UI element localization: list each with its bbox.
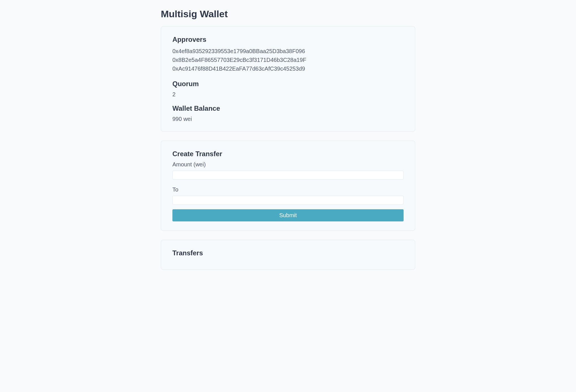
- submit-button[interactable]: Submit: [172, 209, 404, 221]
- to-label: To: [172, 186, 404, 193]
- approver-address: 0x4ef8a935292339553e1799a0BBaa25D3ba38F0…: [172, 47, 404, 56]
- quorum-value: 2: [172, 91, 404, 98]
- transfers-card: Transfers: [161, 240, 415, 270]
- page-title: Multisig Wallet: [161, 8, 415, 19]
- balance-heading: Wallet Balance: [172, 104, 404, 112]
- amount-label: Amount (wei): [172, 161, 404, 168]
- approver-address: 0x8B2e5a4F86557703E29cBc3f3171D46b3C28a1…: [172, 56, 404, 64]
- transfers-heading: Transfers: [172, 249, 404, 257]
- quorum-heading: Quorum: [172, 80, 404, 88]
- balance-value: 990 wei: [172, 116, 404, 122]
- approvers-list: 0x4ef8a935292339553e1799a0BBaa25D3ba38F0…: [172, 47, 404, 73]
- to-input[interactable]: [172, 196, 404, 205]
- create-transfer-card: Create Transfer Amount (wei) To Submit: [161, 141, 415, 231]
- create-transfer-heading: Create Transfer: [172, 150, 404, 158]
- approver-address: 0xAc91476f88D41B422EaFA77d63cAfC39c45253…: [172, 64, 404, 73]
- wallet-info-card: Approvers 0x4ef8a935292339553e1799a0BBaa…: [161, 26, 415, 132]
- approvers-heading: Approvers: [172, 36, 404, 43]
- amount-input[interactable]: [172, 171, 404, 180]
